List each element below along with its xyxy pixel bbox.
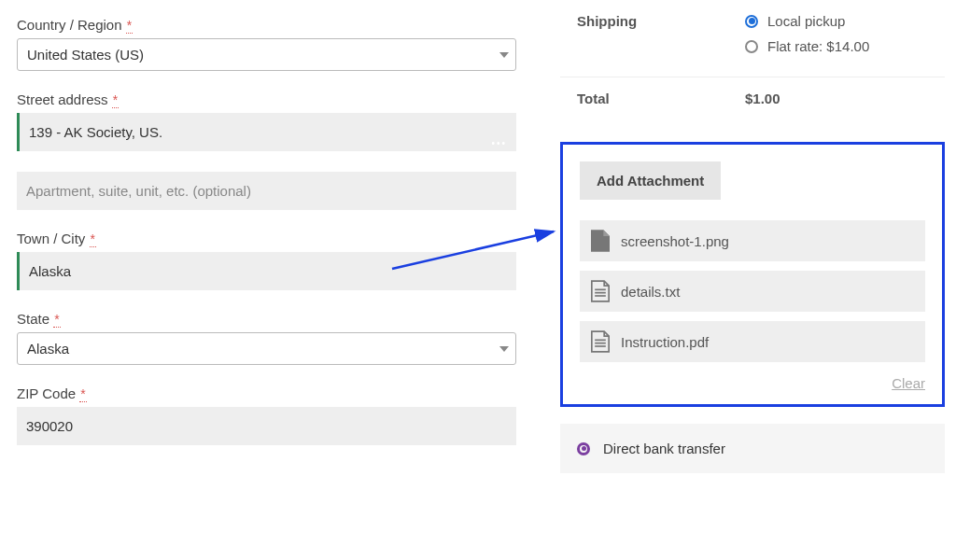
attachment-panel: Add Attachment screenshot-1.png details.… xyxy=(560,142,945,407)
ellipsis-icon: ••• xyxy=(485,135,513,149)
city-label: Town / City * xyxy=(17,231,516,246)
shipping-label: Shipping xyxy=(577,13,745,63)
attachment-item[interactable]: details.txt xyxy=(580,271,925,312)
street-line2-input[interactable] xyxy=(17,172,516,210)
required-asterisk: * xyxy=(90,231,96,247)
required-asterisk: * xyxy=(79,386,86,402)
billing-form: Country / Region * United States (US) St… xyxy=(17,17,516,466)
file-doc-icon xyxy=(591,280,610,302)
clear-attachments-link[interactable]: Clear xyxy=(892,375,925,391)
chevron-down-icon xyxy=(499,52,509,58)
shipping-option-local-pickup[interactable]: Local pickup xyxy=(745,13,928,29)
radio-icon xyxy=(745,15,758,28)
attachment-item[interactable]: screenshot-1.png xyxy=(580,220,925,261)
radio-icon xyxy=(745,40,758,53)
zip-label: ZIP Code * xyxy=(17,385,516,401)
country-value: United States (US) xyxy=(17,38,516,71)
required-asterisk: * xyxy=(53,312,60,328)
street-label: Street address * xyxy=(17,91,516,107)
payment-option[interactable]: Direct bank transfer xyxy=(560,424,945,473)
radio-icon xyxy=(577,442,590,455)
required-asterisk: * xyxy=(126,18,133,34)
state-value: Alaska xyxy=(17,332,516,365)
country-select[interactable]: United States (US) xyxy=(17,38,516,71)
required-asterisk: * xyxy=(112,92,119,108)
state-label: State * xyxy=(17,311,516,327)
add-attachment-button[interactable]: Add Attachment xyxy=(580,161,721,200)
order-summary-column: Shipping Local pickup Flat rate: $14.00 … xyxy=(560,0,945,473)
payment-option-label: Direct bank transfer xyxy=(603,441,725,456)
file-blank-icon xyxy=(591,230,610,252)
state-select[interactable]: Alaska xyxy=(17,332,516,365)
total-value: $1.00 xyxy=(745,91,928,106)
street-line1-input[interactable] xyxy=(17,113,516,151)
total-label: Total xyxy=(577,91,745,106)
file-doc-icon xyxy=(591,330,610,353)
shipping-row: Shipping Local pickup Flat rate: $14.00 xyxy=(560,0,945,77)
city-input[interactable] xyxy=(17,252,516,290)
zip-input[interactable] xyxy=(17,407,516,445)
attachment-item[interactable]: Instruction.pdf xyxy=(580,321,925,362)
shipping-option-flat-rate[interactable]: Flat rate: $14.00 xyxy=(745,38,928,54)
shipping-options: Local pickup Flat rate: $14.00 xyxy=(745,13,928,63)
chevron-down-icon xyxy=(499,346,509,352)
country-label: Country / Region * xyxy=(17,17,516,33)
total-row: Total $1.00 xyxy=(560,77,945,119)
